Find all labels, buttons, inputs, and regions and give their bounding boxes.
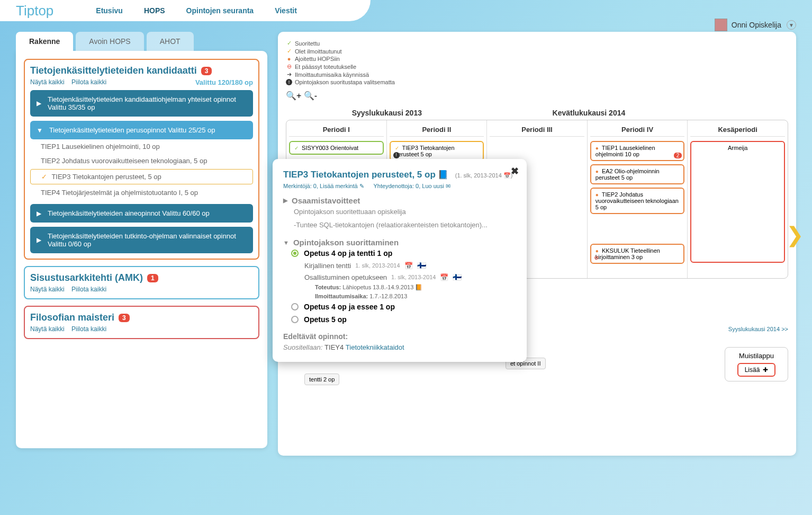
tab-avoin-hops[interactable]: Avoin HOPS <box>76 32 143 51</box>
hide-all-link[interactable]: Piilota kaikki <box>71 286 106 293</box>
hide-all-link[interactable]: Piilota kaikki <box>71 325 106 333</box>
flag-fi-icon: 🇫🇮 <box>453 273 462 281</box>
program-badge: 3 <box>201 67 212 75</box>
avatar <box>715 19 727 31</box>
legend: ✓Suoritettu ✓Olet ilmoittautunut ●Ajoite… <box>286 40 788 85</box>
period-2: Periodi II <box>390 123 484 137</box>
user-menu[interactable]: Onni Opiskelija ▼ <box>715 19 796 31</box>
section-yhteiset[interactable]: ▶ Tietojenkäsittelytieteiden kandidaatti… <box>30 90 253 117</box>
section-aineopinnot[interactable]: ▶ Tietojenkäsittelytieteiden aineopinnot… <box>30 204 253 223</box>
program-maisteri: Filosofian maisteri 3 Näytä kaikki Piilo… <box>24 306 259 339</box>
card-ea2[interactable]: ● EA2 Olio-ohjelmoinnin perusteet 5 op <box>590 164 685 184</box>
calendar-icon[interactable]: 📅 <box>440 273 448 281</box>
calendar-icon[interactable]: 📅 <box>404 262 413 270</box>
radio-icon <box>291 303 299 310</box>
book-icon: 📘 <box>438 170 448 179</box>
add-note-button[interactable]: Lisää ✚ <box>737 363 776 377</box>
expand-icon: ▶ <box>37 210 41 217</box>
tab-rakenne[interactable]: Rakenne <box>16 32 73 51</box>
nav-seuranta[interactable]: Opintojen seuranta <box>176 6 265 15</box>
card-kksuluk[interactable]: ● KKSULUK Tieteellinen kirjoittaminen 3 … <box>590 244 685 264</box>
muistilappu-box: Muistilappu Lisää ✚ <box>725 347 788 381</box>
nav-viestit[interactable]: Viestit <box>264 6 308 15</box>
detail-opetus: Osallistuminen opetukseen 1. slk, 2013-2… <box>283 271 516 283</box>
popup-meta: (1. slk, 2013-2014 📅) <box>455 172 513 179</box>
option-1[interactable]: Opetus 4 op ja tentti 1 op <box>283 247 516 260</box>
course-tiep4[interactable]: TIEP4 Tietojärjestelmät ja ohjelmistotuo… <box>30 185 253 200</box>
option-3[interactable]: Opetus 5 op <box>283 313 516 326</box>
course-tiep1[interactable]: TIEP1 Lausekielinen ohjelmointi, 10 op <box>30 139 253 154</box>
program-title: Sisustusarkkitehti (AMK) <box>30 272 143 283</box>
contacts-link[interactable]: Yhteydenottoja: 0, Luo uusi ✉ <box>374 183 450 189</box>
show-all-link[interactable]: Näytä kaikki <box>30 325 65 333</box>
flag-fi-icon: 🇫🇮 <box>417 261 426 270</box>
period-4: Periodi IV <box>590 123 685 137</box>
radio-icon <box>291 250 299 257</box>
blocked-icon: ⊖ <box>594 254 599 261</box>
zoom-out-icon[interactable]: 🔍- <box>304 91 317 100</box>
notes-link[interactable]: Merkintöjä: 0, Lisää merkintä ✎ <box>283 183 364 189</box>
section-perusopinnot[interactable]: ▼ Tietojenkäsittelytieteiden perusopinno… <box>30 121 253 139</box>
collapse-icon[interactable]: ▼ <box>283 239 289 246</box>
card-badge: 2 <box>674 153 682 158</box>
plus-icon: ✚ <box>763 366 768 374</box>
period-5: Kesäperiodi <box>690 123 785 137</box>
muistilappu-title: Muistilappu <box>729 352 783 360</box>
expand-icon: ▶ <box>37 100 41 107</box>
popup-title: TIEP3 Tietokantojen perusteet, 5 op <box>283 170 436 180</box>
top-nav: Tiptop Etusivu HOPS Opintojen seuranta V… <box>0 0 371 21</box>
next-arrow-icon[interactable]: ❯ <box>786 223 804 247</box>
card-tiep1[interactable]: ● TIEP1 Lausekielinen ohjelmointi 10 op … <box>590 141 685 161</box>
user-name: Onni Opiskelija <box>732 21 781 29</box>
chevron-down-icon[interactable]: ▼ <box>787 20 796 30</box>
semester-fall: Syyslukukausi 2013 <box>286 106 488 120</box>
prereq-title: Edeltävät opinnot: <box>283 332 516 341</box>
period-1: Periodi I <box>289 123 384 137</box>
check-icon: ✓ <box>41 173 47 181</box>
program-badge: 1 <box>147 274 158 282</box>
tab-ahot[interactable]: AHOT <box>147 32 194 51</box>
warning-icon: ! <box>393 152 400 158</box>
course-tiep3[interactable]: ✓ TIEP3 Tietokantojen perusteet, 5 op <box>30 169 253 184</box>
card-tiep3[interactable]: ✓ TIEP3 Tietokantojen perusteet 5 op ! <box>390 141 484 161</box>
close-icon[interactable]: ✖ <box>511 165 519 177</box>
period-3: Periodi III <box>490 123 584 137</box>
nav-hops[interactable]: HOPS <box>133 6 176 15</box>
detail-tentti: Kirjallinen tentti 1. slk, 2013-2014 📅 🇫… <box>283 260 516 271</box>
show-all-link[interactable]: Näytä kaikki <box>30 286 65 293</box>
option-2[interactable]: Opetus 4 op ja essee 1 op <box>283 300 516 313</box>
course-tiep2[interactable]: TIEP2 Johdatus vuorovaikutteiseen teknol… <box>30 154 253 168</box>
selected-count: Valittu 120/180 op <box>195 78 253 86</box>
zoom-in-icon[interactable]: 🔍+ <box>286 91 301 100</box>
card-tentti[interactable]: tentti 2 op <box>304 374 339 385</box>
program-title: Filosofian maisteri <box>30 312 114 323</box>
program-title: Tietojenkäsittelytieteiden kandidaatti <box>30 65 197 76</box>
program-kandidaatti: Tietojenkäsittelytieteiden kandidaatti 3… <box>24 59 259 260</box>
program-amk: Sisustusarkkitehti (AMK) 1 Näytä kaikki … <box>24 266 259 299</box>
prereq-link[interactable]: Tietotekniikkataidot <box>346 343 404 351</box>
app-logo[interactable]: Tiptop <box>16 3 53 19</box>
show-all-link[interactable]: Näytä kaikki <box>30 78 65 86</box>
expand-icon: ▶ <box>37 236 41 244</box>
card-sisyy003[interactable]: ✓ SISYY003 Orientoivat <box>289 141 384 155</box>
nav-etusivu[interactable]: Etusivu <box>85 6 133 15</box>
section-valinnaiset[interactable]: ▶ Tietojenkäsittelytieteiden tutkinto-oh… <box>30 227 253 253</box>
card-tiep2[interactable]: ● TIEP2 Johdatus vuorovaikutteiseen tekn… <box>590 188 685 214</box>
semester-spring: Kevätlukukausi 2014 <box>488 106 690 120</box>
card-armeija[interactable]: Armeija <box>690 141 785 263</box>
radio-icon <box>291 316 299 323</box>
hide-all-link[interactable]: Piilota kaikki <box>71 78 106 86</box>
next-semester-link[interactable]: Syyslukukausi 2014 >> <box>728 326 788 332</box>
course-popup: ✖ TIEP3 Tietokantojen perusteet, 5 op 📘 … <box>273 159 527 362</box>
collapse-icon: ▼ <box>37 127 43 134</box>
expand-icon[interactable]: ▶ <box>283 197 287 204</box>
program-badge: 3 <box>119 314 130 322</box>
